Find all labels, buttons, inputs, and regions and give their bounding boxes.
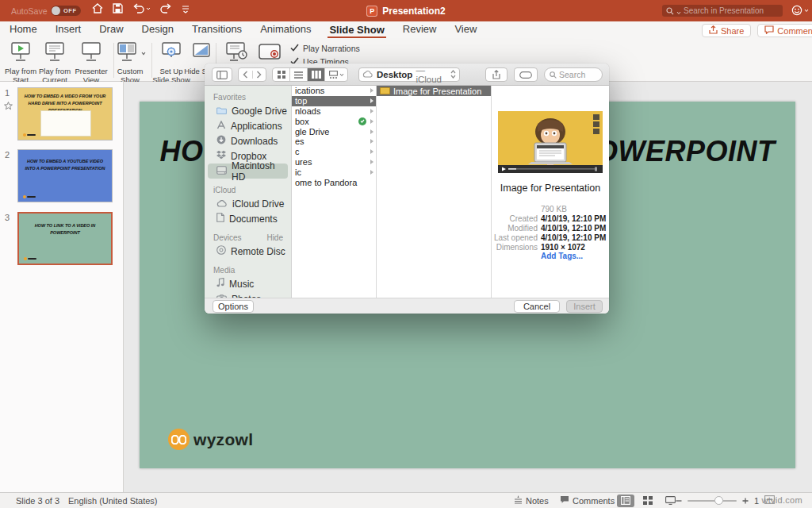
dialog-search-input[interactable] — [559, 70, 596, 79]
slide-thumbnail-1[interactable]: HOW TO EMBED A VIDEO FROM YOUR HARD DRIV… — [17, 87, 113, 140]
play-narrations-checkbox[interactable]: Play Narrations — [290, 44, 360, 53]
share-button[interactable]: Share — [702, 24, 751, 37]
animation-star-icon[interactable] — [4, 99, 13, 114]
normal-view-button[interactable] — [617, 495, 634, 507]
tab-design[interactable]: Design — [140, 21, 175, 38]
feedback-smiley-icon[interactable] — [791, 5, 809, 16]
presenter-view-button[interactable]: Presenter View — [71, 41, 112, 84]
hard-drive-icon — [216, 166, 227, 177]
disc-icon — [216, 245, 226, 257]
home-icon[interactable] — [92, 3, 103, 13]
folder-row-desktop-selected[interactable]: top — [292, 96, 376, 106]
search-input[interactable] — [684, 6, 788, 15]
search-icon — [666, 4, 674, 18]
document-icon — [216, 213, 224, 225]
sidebar-item-icloud-drive[interactable]: iCloud Drive — [208, 196, 288, 211]
folder-row[interactable]: ic — [292, 167, 376, 177]
location-dropdown[interactable]: Desktop — iCloud — [358, 67, 460, 82]
tab-transitions[interactable]: Transitions — [190, 21, 243, 38]
dialog-search-field[interactable] — [544, 67, 603, 82]
chevron-right-icon — [370, 119, 373, 124]
nav-buttons — [238, 67, 266, 82]
options-button[interactable]: Options — [213, 300, 254, 313]
zoom-slider[interactable] — [688, 500, 737, 502]
insert-button[interactable]: Insert — [566, 300, 603, 313]
zoom-out-button[interactable] — [676, 496, 682, 506]
tab-animations[interactable]: Animations — [259, 21, 312, 38]
slide-thumbnail-2[interactable]: HOW TO EMBED A YOUTUBE VIDEO INTO A POWE… — [17, 149, 113, 202]
folder-row[interactable]: nloads — [292, 106, 376, 117]
document-title: Presentation2 — [382, 6, 445, 17]
sidebar-toggle-button[interactable] — [212, 67, 232, 82]
zoom-slider-thumb[interactable] — [714, 496, 723, 505]
slide-counter: Slide 3 of 3 — [16, 496, 59, 506]
comments-toggle-button[interactable]: Comments — [560, 495, 615, 506]
folder-row[interactable]: gle Drive — [292, 126, 376, 137]
slide-3-mini-title: HOW TO LINK TO A VIDEO IN POWERPOINT — [22, 222, 108, 237]
modified-value: 4/10/19, 12:10 PM — [541, 224, 606, 233]
tags-button[interactable] — [514, 67, 538, 82]
record-slide-show-button[interactable] — [249, 41, 290, 65]
sidebar-item-music[interactable]: Music — [208, 276, 288, 291]
wyzowl-wordmark: wyzowl — [193, 430, 253, 449]
column-view-button[interactable] — [308, 68, 325, 81]
chevron-right-icon — [370, 98, 373, 103]
folder-row[interactable]: ures — [292, 157, 376, 167]
add-tags-link[interactable]: Add Tags... — [541, 252, 583, 260]
folder-row[interactable]: es — [292, 137, 376, 147]
comment-icon — [764, 25, 774, 36]
cloud-icon — [216, 198, 228, 210]
sidebar-item-macintosh-hd[interactable]: Macintosh HD — [208, 164, 288, 179]
custom-show-button[interactable]: Custom Show — [109, 41, 151, 84]
file-row[interactable]: ome to Pandora — [292, 177, 376, 187]
devices-hide-link[interactable]: Hide — [266, 233, 283, 242]
sidebar-item-google-drive[interactable]: Google Drive — [208, 103, 288, 118]
tab-slide-show[interactable]: Slide Show — [327, 22, 385, 39]
icon-view-button[interactable] — [273, 68, 290, 81]
tab-view[interactable]: View — [453, 21, 478, 38]
tab-insert[interactable]: Insert — [54, 21, 83, 38]
sidebar-item-applications[interactable]: Applications — [208, 118, 288, 133]
folder-row[interactable]: c — [292, 147, 376, 157]
insert-picture-dialog: Desktop — iCloud Favorites Google Drive — [205, 64, 609, 314]
list-view-button[interactable] — [290, 68, 308, 81]
popup-arrows-icon — [450, 70, 456, 80]
last-opened-value: 4/10/19, 12:10 PM — [541, 233, 606, 242]
chevron-down-icon — [141, 52, 146, 56]
play-from-start-icon — [9, 41, 33, 65]
sidebar-item-remote-disc[interactable]: Remote Disc — [208, 244, 288, 259]
share-file-button[interactable] — [485, 67, 508, 82]
folder-row[interactable]: ications — [292, 86, 376, 96]
titlebar-search[interactable] — [662, 5, 783, 17]
search-icon — [550, 67, 557, 82]
slide-thumbnail-3[interactable]: HOW TO LINK TO A VIDEO IN POWERPOINT — [17, 212, 113, 265]
image-file-icon — [380, 87, 390, 94]
comments-button[interactable]: Comments — [757, 24, 812, 37]
location-secondary: — iCloud — [416, 65, 447, 84]
save-icon[interactable] — [113, 3, 123, 13]
file-row-image-for-presentation[interactable]: Image for Presentation — [377, 86, 491, 96]
hide-slide-icon — [190, 41, 213, 65]
gallery-view-button[interactable] — [325, 68, 347, 81]
notes-button[interactable]: Notes — [514, 495, 549, 506]
slide-1-mini-logo — [23, 133, 36, 137]
language-selector[interactable]: English (United States) — [68, 496, 158, 506]
sidebar-item-downloads[interactable]: Downloads — [208, 133, 288, 148]
sidebar-item-photos[interactable]: Photos — [208, 291, 288, 298]
tab-review[interactable]: Review — [401, 21, 439, 38]
sidebar-item-documents[interactable]: Documents — [208, 211, 288, 226]
cancel-button[interactable]: Cancel — [514, 300, 560, 313]
back-button[interactable] — [239, 71, 253, 79]
autosave-toggle[interactable]: OFF — [51, 6, 81, 16]
customize-toolbar-icon[interactable] — [182, 4, 190, 13]
status-bar: Slide 3 of 3 English (United States) Not… — [0, 492, 812, 508]
redo-icon[interactable] — [160, 3, 172, 13]
forward-button[interactable] — [253, 71, 266, 79]
tab-home[interactable]: Home — [8, 21, 39, 38]
slide-sorter-view-button[interactable] — [639, 495, 657, 507]
slide-3-mini-logo — [24, 257, 36, 260]
folder-row[interactable]: box — [292, 116, 376, 126]
zoom-in-button[interactable] — [742, 496, 749, 506]
tab-draw[interactable]: Draw — [98, 21, 124, 38]
undo-icon[interactable] — [132, 3, 151, 13]
